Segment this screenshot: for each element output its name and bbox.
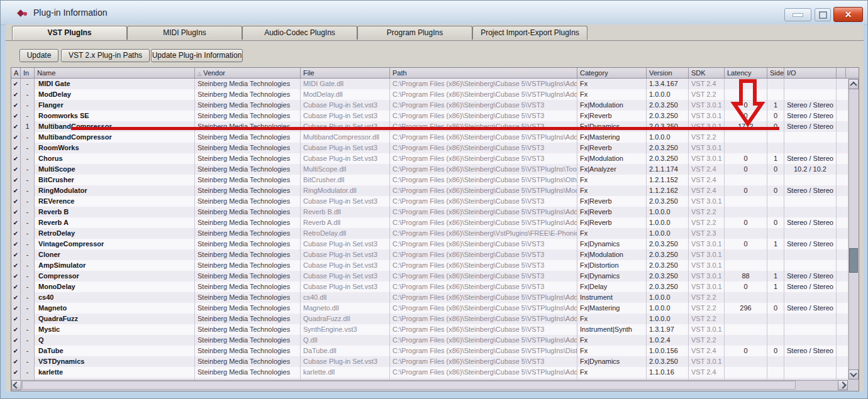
update-button[interactable]: Update	[19, 49, 58, 62]
row-checkbox[interactable]: ✔	[13, 177, 18, 183]
table-row[interactable]: ✔-AmpSimulatorSteinberg Media Technologi…	[11, 260, 848, 271]
table-row[interactable]: ✔-BitCrusherSteinberg Media Technologies…	[11, 175, 848, 185]
title-bar[interactable]: ◆ Plug-in Information ✕	[1, 1, 868, 25]
row-checkbox[interactable]: ✔	[13, 91, 18, 98]
table-row[interactable]: ✔-MagnetoSteinberg Media TechnologiesMag…	[11, 303, 848, 314]
table-row[interactable]: ✔-Reverb BSteinberg Media TechnologiesRe…	[11, 207, 848, 217]
column-header-latency[interactable]: Latency	[725, 68, 767, 78]
maximize-button[interactable]	[815, 8, 831, 21]
row-checkbox[interactable]: ✔	[13, 251, 18, 258]
table-row[interactable]: ✔-Reverb ASteinberg Media TechnologiesRe…	[11, 217, 848, 228]
row-checkbox[interactable]: ✔	[13, 166, 18, 173]
row-checkbox[interactable]: ✔	[13, 347, 18, 354]
row-checkbox[interactable]: ✔	[13, 80, 18, 87]
vendor-cell: Steinberg Media Technologies	[195, 111, 301, 121]
close-button[interactable]: ✕	[833, 7, 863, 22]
row-checkbox[interactable]: ✔	[13, 209, 18, 216]
tab-midi-plugins[interactable]: MIDI PlugIns	[127, 26, 242, 40]
column-header-name[interactable]: Name	[35, 68, 195, 78]
row-checkbox[interactable]: ✔	[13, 294, 18, 301]
path-cell: C:\Program Files (x86)\Steinberg\Cubase …	[390, 196, 577, 207]
table-row[interactable]: ✔-RetroDelaySteinberg Media Technologies…	[11, 228, 848, 239]
partial-cell	[837, 378, 846, 380]
row-checkbox[interactable]: ✔	[13, 262, 18, 269]
vendor-cell: Steinberg Media Technologies	[195, 100, 301, 111]
table-row[interactable]: ✔-ClonerSteinberg Media TechnologiesCuba…	[11, 249, 848, 260]
table-row[interactable]: ✔-VintageCompressorSteinberg Media Techn…	[11, 239, 848, 249]
tab-vst-plugins[interactable]: VST PlugIns	[12, 26, 127, 40]
column-header-sdk[interactable]: SDK	[689, 68, 725, 78]
row-checkbox[interactable]: ✔	[13, 315, 18, 322]
row-checkbox[interactable]: ✔	[13, 112, 18, 119]
row-checkbox[interactable]: ✔	[13, 305, 18, 312]
column-header-vendor[interactable]: △Vendor	[195, 68, 301, 78]
vertical-scrollbar[interactable]	[849, 79, 859, 380]
table-row[interactable]: ✔-QSteinberg Media TechnologiesQ.dllC:\P…	[11, 335, 848, 346]
table-row[interactable]: ✔-Roomworks SESteinberg Media Technologi…	[11, 111, 848, 121]
update-plugin-information-button[interactable]: Update Plug-in Information	[151, 49, 243, 62]
column-header-a[interactable]: A	[11, 68, 21, 78]
table-row[interactable]: ✔-QuadraFuzzSteinberg Media Technologies…	[11, 314, 848, 324]
table-row[interactable]: ✔-ModDelaySteinberg Media TechnologiesMo…	[11, 89, 848, 100]
name-cell: cs40	[35, 292, 195, 303]
tab-project-import-export-plugins[interactable]: Project Import-Export PlugIns	[472, 26, 587, 40]
sdk-cell: VST 2.2	[689, 335, 725, 346]
table-row[interactable]: ✔-MultibandCompressorSteinberg Media Tec…	[11, 132, 848, 143]
column-header-category[interactable]: Category	[577, 68, 647, 78]
table-row[interactable]: ✔1MultibandCompressorSteinberg Media Tec…	[11, 121, 848, 132]
row-checkbox[interactable]: ✔	[13, 273, 18, 280]
table-row[interactable]: ✔-FlangerSteinberg Media TechnologiesCub…	[11, 100, 848, 111]
row-checkbox[interactable]: ✔	[13, 283, 18, 290]
row-checkbox[interactable]: ✔	[13, 230, 18, 237]
table-row[interactable]: ✔-CompressorSteinberg Media Technologies…	[11, 271, 848, 281]
table-row[interactable]: ✔-RingModulatorSteinberg Media Technolog…	[11, 185, 848, 196]
scroll-right-button[interactable]	[838, 380, 848, 390]
row-checkbox[interactable]: ✔	[13, 102, 18, 109]
row-checkbox[interactable]: ✔	[13, 123, 18, 130]
tab-audio-codec-plugins[interactable]: Audio-Codec PlugIns	[242, 26, 357, 40]
row-checkbox[interactable]: ✔	[13, 337, 18, 344]
column-header-in[interactable]: In	[21, 68, 35, 78]
row-checkbox[interactable]: ✔	[13, 358, 18, 365]
table-row[interactable]: ✔-DaTubeSteinberg Media TechnologiesDaTu…	[11, 346, 848, 356]
table-row[interactable]: ✔-ChorusSteinberg Media TechnologiesCuba…	[11, 153, 848, 164]
horizontal-scrollbar-thumb[interactable]	[22, 381, 796, 390]
row-checkbox[interactable]: ✔	[13, 241, 18, 248]
table-row[interactable]: ✔-MIDI GateSteinberg Media TechnologiesM…	[11, 79, 848, 89]
table-row[interactable]: ✔-karletteSteinberg Media Technologieska…	[11, 367, 848, 378]
io-cell: Stereo / Stereo	[784, 121, 837, 132]
table-row[interactable]: ✔-RoomWorksSteinberg Media TechnologiesC…	[11, 143, 848, 153]
table-row[interactable]: ✔-MysticSteinberg Media TechnologiesSynt…	[11, 324, 848, 335]
plugin-table-body[interactable]: ✔-MIDI GateSteinberg Media TechnologiesM…	[11, 79, 848, 380]
row-checkbox[interactable]: ✔	[13, 155, 18, 162]
scroll-up-button[interactable]	[849, 79, 859, 89]
table-row-partial[interactable]	[11, 378, 848, 380]
vst2-plugin-paths-button[interactable]: VST 2.x Plug-in Paths	[61, 49, 150, 62]
row-checkbox[interactable]: ✔	[13, 369, 18, 376]
vendor-cell: Steinberg Media Technologies	[195, 196, 301, 207]
row-checkbox[interactable]: ✔	[13, 198, 18, 205]
io-cell	[784, 196, 837, 207]
scroll-left-button[interactable]	[11, 380, 21, 390]
column-header-file[interactable]: File	[301, 68, 390, 78]
row-checkbox[interactable]: ✔	[13, 326, 18, 333]
table-row[interactable]: ✔-MultiScopeSteinberg Media Technologies…	[11, 164, 848, 175]
io-cell	[784, 292, 837, 303]
latency-cell	[725, 292, 767, 303]
row-checkbox[interactable]: ✔	[13, 134, 18, 141]
column-header-version[interactable]: Version	[647, 68, 689, 78]
row-checkbox[interactable]: ✔	[13, 187, 18, 194]
scroll-down-button[interactable]	[849, 369, 859, 380]
tab-program-plugins[interactable]: Program PlugIns	[357, 26, 472, 40]
row-checkbox[interactable]: ✔	[13, 219, 18, 226]
table-row[interactable]: ✔-cs40Steinberg Media Technologiescs40.d…	[11, 292, 848, 303]
minimize-button[interactable]	[784, 8, 811, 21]
table-row[interactable]: ✔-MonoDelaySteinberg Media TechnologiesC…	[11, 281, 848, 292]
vertical-scrollbar-thumb[interactable]	[849, 248, 858, 273]
column-header-path[interactable]: Path	[390, 68, 577, 78]
table-row[interactable]: ✔-REVerenceSteinberg Media TechnologiesC…	[11, 196, 848, 207]
column-header-io[interactable]: I/O	[784, 68, 837, 78]
table-row[interactable]: ✔-VSTDynamicsSteinberg Media Technologie…	[11, 356, 848, 367]
column-header-side[interactable]: Side	[767, 68, 784, 78]
row-checkbox[interactable]: ✔	[13, 145, 18, 151]
